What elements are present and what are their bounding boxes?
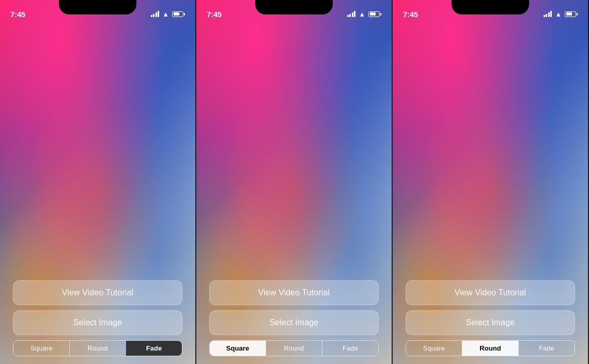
phone-screen-1: 7:45 ▲ View Video Tutorial Select Image … <box>0 0 196 364</box>
signal-icon-2 <box>347 11 356 17</box>
notch-1 <box>59 0 136 14</box>
segment-control-1: Square Round Fade <box>13 340 182 356</box>
bottom-controls-1: View Video Tutorial Select Image Square … <box>0 280 195 364</box>
wifi-icon-1: ▲ <box>162 10 169 18</box>
signal-icon-3 <box>544 11 552 17</box>
bottom-controls-2: View Video Tutorial Select Image Square … <box>196 280 392 364</box>
phone-screen-3: 7:45 ▲ View Video Tutorial Select Image … <box>393 0 589 364</box>
status-time-1: 7:45 <box>10 10 25 19</box>
segment-control-2: Square Round Fade <box>209 340 379 356</box>
segment-square-2[interactable]: Square <box>210 341 266 356</box>
battery-icon-3 <box>565 11 578 17</box>
phone-screen-2: 7:45 ▲ View Video Tutorial Select Image … <box>196 0 393 364</box>
segment-round-2[interactable]: Round <box>266 341 322 356</box>
segment-square-1[interactable]: Square <box>13 341 69 356</box>
status-icons-1: ▲ <box>151 10 185 18</box>
tutorial-button-1[interactable]: View Video Tutorial <box>13 280 182 305</box>
segment-fade-2[interactable]: Fade <box>322 341 378 356</box>
status-icons-2: ▲ <box>347 10 381 18</box>
segment-round-1[interactable]: Round <box>69 341 126 356</box>
wifi-icon-3: ▲ <box>555 10 562 18</box>
wifi-icon-2: ▲ <box>359 10 365 18</box>
segment-round-3[interactable]: Round <box>462 341 518 356</box>
battery-icon-1 <box>172 11 185 17</box>
status-time-2: 7:45 <box>207 10 222 19</box>
segment-control-3: Square Round Fade <box>406 340 575 356</box>
tutorial-button-3[interactable]: View Video Tutorial <box>406 280 575 305</box>
status-time-3: 7:45 <box>403 10 418 19</box>
select-image-button-2[interactable]: Select Image <box>209 310 379 335</box>
segment-square-3[interactable]: Square <box>406 341 462 356</box>
segment-fade-1[interactable]: Fade <box>126 341 182 356</box>
status-icons-3: ▲ <box>544 10 578 18</box>
bottom-controls-3: View Video Tutorial Select Image Square … <box>393 280 588 364</box>
select-image-button-3[interactable]: Select Image <box>406 310 575 335</box>
notch-2 <box>255 0 333 14</box>
segment-fade-3[interactable]: Fade <box>518 341 575 356</box>
select-image-button-1[interactable]: Select Image <box>13 310 182 335</box>
battery-icon-2 <box>368 11 381 17</box>
tutorial-button-2[interactable]: View Video Tutorial <box>209 280 379 305</box>
signal-icon-1 <box>151 11 160 17</box>
notch-3 <box>452 0 529 14</box>
